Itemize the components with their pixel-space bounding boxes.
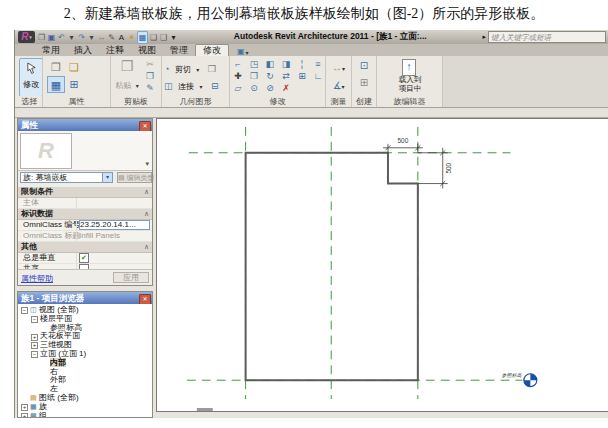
measure-aligned-icon-dropdown[interactable]: ▾ [342,66,345,72]
rotate-icon[interactable]: ↻ [262,70,278,82]
tree-item[interactable]: 右 [18,368,152,377]
delete-icon[interactable]: ✗ [278,82,294,94]
load-into-project-button[interactable]: ↑ 载入到 项目中 [385,58,435,96]
cut-geometry-label[interactable]: 剪切 [175,65,191,74]
panel-label-create[interactable]: 创建 [352,96,376,107]
cut-geometry-icon[interactable]: ◔ [164,64,169,74]
properties-palette-title[interactable]: 属性 [18,119,152,131]
tab-insert[interactable]: 插入 [67,45,99,56]
drawing-area[interactable]: 500 500 参照标高 [156,118,608,412]
section-collapse-icon[interactable]: ∧ [144,209,149,219]
panel-label-select[interactable]: 选择 [17,96,42,107]
level-name-label[interactable]: 参照标高 [501,372,522,378]
qat-dropdown-icon[interactable]: ▾ [169,32,178,43]
tree-item[interactable]: −立面 (立面 1) [18,350,152,359]
join-geometry-dropdown-icon[interactable]: ▾ [199,84,202,90]
unpin-icon[interactable]: ⊘ [262,82,278,94]
section-other[interactable]: 其他 ∧ [18,242,152,253]
create-group-icon[interactable]: ⊡ [352,57,376,74]
tab-view[interactable]: 视图 [131,45,163,56]
window-icon[interactable]: ❏ [149,32,158,43]
dimension-height[interactable] [418,148,448,189]
section-constraints[interactable]: 限制条件 ∧ [18,187,152,198]
render-icon[interactable]: ☀ [127,32,136,43]
join-geometry-icon[interactable]: ◫ [164,81,173,91]
tree-item[interactable]: 内部 [18,359,152,368]
omniclass-number-value[interactable]: 23.25.20.14.1... [79,220,150,230]
panel-label-modify[interactable]: 修改 [230,96,325,107]
section-collapse-icon[interactable]: ∧ [144,187,149,197]
property-row-omniclass-number[interactable]: OmniClass 编号 23.25.20.14.1... [18,220,152,231]
expand-toggle-icon[interactable]: + [21,413,28,417]
align-icon[interactable]: ≡ [310,58,325,70]
cut-clipboard-icon[interactable]: ✂ [143,58,157,70]
expand-toggle-icon[interactable]: − [21,307,28,314]
expand-toggle-icon[interactable]: + [21,404,28,411]
panel-toggle-dropdown-icon[interactable]: ▾ [246,49,249,56]
family-types-icon[interactable]: ❏ [65,59,83,76]
panel-label-geometry[interactable]: 几何图形 [162,96,229,107]
tab-home[interactable]: 常用 [35,45,67,56]
preview-dropdown-icon[interactable]: ▾ [145,160,149,168]
tab-manage[interactable]: 管理 [163,45,195,56]
tree-item[interactable]: −◫视图 (全部) [18,306,152,315]
tree-item[interactable]: +▩组 [18,412,152,417]
mirror-pick-icon[interactable]: ◧ [262,58,278,70]
properties-help-link[interactable]: 属性帮助 [21,273,53,284]
property-row-omniclass-title[interactable]: OmniClass 标题 Infill Panels [18,231,152,242]
section-identity[interactable]: 标识数据 ∧ [18,209,152,220]
apply-button[interactable]: 应用 [113,272,149,283]
pin-icon[interactable]: ⊙ [246,82,262,94]
mirror-draw-icon[interactable]: ◨ [278,58,294,70]
expand-toggle-icon[interactable]: − [31,351,38,358]
type-selector-arrow-icon[interactable]: ▾ [102,173,112,182]
dimension-width[interactable] [383,144,423,153]
split-icon[interactable]: ¦ [294,58,310,70]
expand-toggle-icon[interactable]: + [31,342,38,349]
cut-line-icon[interactable]: ◳ [246,58,262,70]
modify-tool-button[interactable]: 修改 [19,58,42,96]
join-geometry-label[interactable]: 连接 [178,82,194,91]
redo-icon[interactable]: ↷ [77,32,86,43]
measure-angle-icon-dropdown[interactable]: ▾ [341,84,344,90]
edit-type-button[interactable]: ▤ 编辑类型 [117,172,152,183]
match-type-icon[interactable]: ✎ [143,82,157,94]
project-browser-title[interactable]: 族1 - 项目浏览器 [18,292,152,304]
sheet-icon[interactable]: ❑ [159,32,168,43]
move-icon[interactable]: ✚ [230,70,246,82]
property-row-host[interactable]: 主体 [18,198,152,209]
dimension-height-value[interactable]: 500 [445,162,452,173]
offset-icon[interactable]: ⇄ [278,70,294,82]
type-selector-dropdown[interactable]: 族: 幕墙嵌板 ▾ [20,172,113,183]
expand-toggle-icon[interactable]: − [31,316,38,323]
panel-toggle-icon[interactable]: ▣ [237,47,245,56]
copy-element-icon[interactable]: ❐ [246,70,262,82]
wall-joins-icon[interactable]: ⊟ [211,81,219,91]
search-input[interactable] [488,31,606,43]
save-icon[interactable]: ▣ [47,32,56,43]
family-category-icon[interactable]: ⊞ [65,76,83,93]
tree-item[interactable]: 外部 [18,376,152,385]
panel-label-properties[interactable]: 属性 [43,96,110,107]
scale-icon[interactable]: ▱ [230,82,246,94]
dimension-width-value[interactable]: 500 [398,137,409,144]
copy-icon[interactable]: ❐ [143,70,157,82]
tree-item[interactable]: 参照标高 [18,324,152,333]
measure-aligned-icon[interactable]: ↔ [332,62,342,73]
panel-label-family-editor[interactable]: 族编辑器 [377,96,442,107]
expand-toggle-icon[interactable]: + [31,334,38,341]
undo-icon[interactable]: ↶ [57,32,66,43]
title-expand-icon[interactable]: ▸ [482,33,486,41]
undo-dropdown-icon[interactable]: ▾ [67,32,76,43]
properties-toggle-icon[interactable]: ▦ [47,76,65,93]
panel-label-clipboard[interactable]: 剪贴板 [111,96,161,107]
redo-dropdown-icon[interactable]: ▾ [87,32,96,43]
paste-button[interactable]: ❒ 粘贴 ▾ [115,58,139,96]
create-similar-icon[interactable]: ⊞ [352,74,376,91]
pencil-icon[interactable]: ✎ [107,32,116,43]
always-vertical-checkbox[interactable]: ✔ [79,253,89,263]
properties-icon[interactable]: ❐ [47,59,65,76]
trim-icon[interactable]: ∟ [310,70,325,82]
tree-item[interactable]: −楼层平面 [18,315,152,324]
dimension-icon[interactable]: ↔ [97,32,106,43]
